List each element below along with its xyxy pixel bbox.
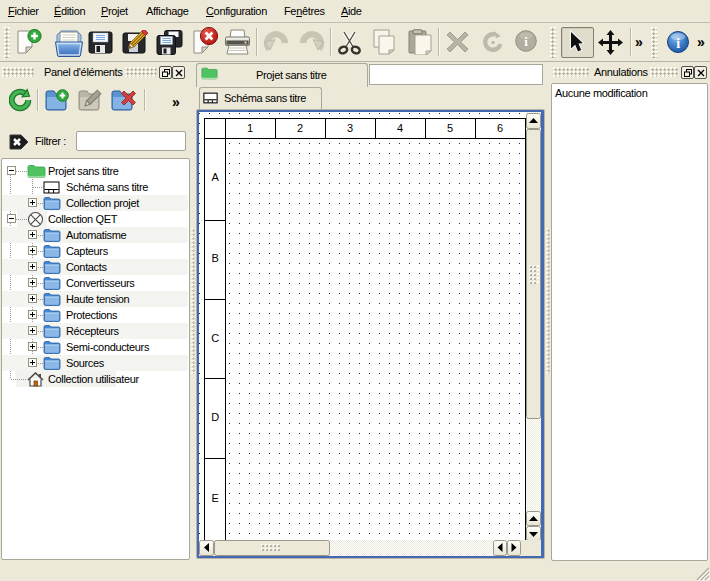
svg-text:i: i	[676, 36, 680, 51]
